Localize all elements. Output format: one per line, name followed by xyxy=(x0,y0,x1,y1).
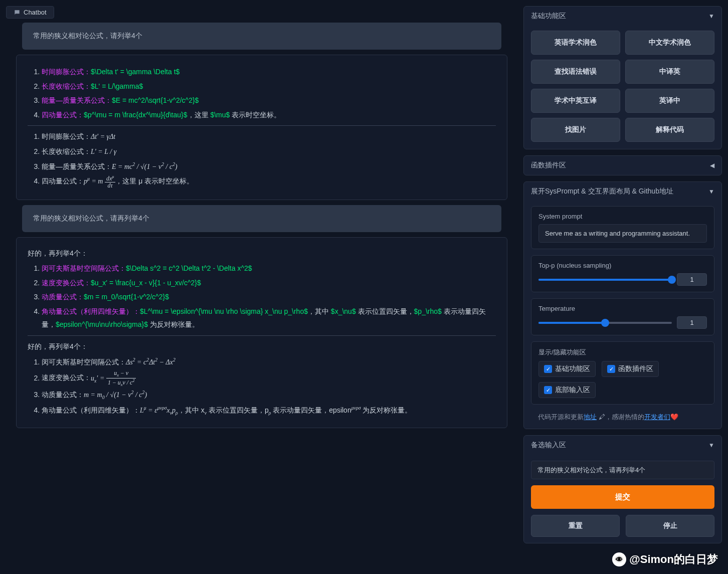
link-repo[interactable]: 地址 xyxy=(584,413,597,421)
top-p-slider[interactable] xyxy=(538,279,672,281)
tab-bar: Chatbot xyxy=(6,6,517,19)
panel-basic-header[interactable]: 基础功能区 ▼ xyxy=(524,7,721,26)
reset-button[interactable]: 重置 xyxy=(531,515,620,537)
bot-message: 好的，再列举4个： 闵可夫斯基时空间隔公式：$\Delta s^2 = c^2 … xyxy=(16,237,507,429)
submit-button[interactable]: 提交 xyxy=(531,485,714,509)
label-toggle-sections: 显示/隐藏功能区 xyxy=(538,348,707,357)
stop-button[interactable]: 停止 xyxy=(626,515,714,537)
chat-area: 常用的狭义相对论公式，请列举4个 时间膨胀公式：$\Delta t' = \ga… xyxy=(6,23,517,568)
chevron-down-icon: ▼ xyxy=(708,442,714,449)
chat-icon xyxy=(14,9,21,16)
label-top-p: Top-p (nucleus sampling) xyxy=(538,262,707,269)
top-p-value[interactable]: 1 xyxy=(677,273,707,286)
panel-title: 备选输入区 xyxy=(531,441,566,450)
link-devs[interactable]: 开发者们 xyxy=(644,413,670,421)
temperature-value[interactable]: 1 xyxy=(677,316,707,329)
user-message: 常用的狭义相对论公式，请再列举4个 xyxy=(22,205,501,232)
panel-plugins: 函数插件区 ◀ xyxy=(523,155,722,175)
prompt-input[interactable] xyxy=(531,461,714,479)
btn-zh-polish[interactable]: 中文学术润色 xyxy=(625,31,714,55)
panel-input-header[interactable]: 备选输入区 ▼ xyxy=(524,436,721,455)
btn-en-polish[interactable]: 英语学术润色 xyxy=(531,31,620,55)
chevron-down-icon: ▼ xyxy=(708,188,714,195)
btn-grammar[interactable]: 查找语法错误 xyxy=(531,60,620,84)
label-temperature: Temperature xyxy=(538,305,707,312)
btn-en2zh[interactable]: 英译中 xyxy=(625,89,714,113)
checkbox-icon: ✓ xyxy=(607,365,615,373)
panel-title: 基础功能区 xyxy=(531,12,566,21)
panel-input: 备选输入区 ▼ 提交 重置 停止 xyxy=(523,435,722,543)
panel-title: 展开SysPrompt & 交互界面布局 & Github地址 xyxy=(531,187,673,196)
tab-chatbot[interactable]: Chatbot xyxy=(6,6,54,19)
panel-sysprompt: 展开SysPrompt & 交互界面布局 & Github地址 ▼ System… xyxy=(523,181,722,429)
btn-explain-code[interactable]: 解释代码 xyxy=(625,118,714,142)
system-prompt-input[interactable] xyxy=(538,224,707,243)
check-bottom-input[interactable]: ✓底部输入区 xyxy=(538,382,596,398)
panel-title: 函数插件区 xyxy=(531,161,566,170)
user-message: 常用的狭义相对论公式，请列举4个 xyxy=(22,23,501,50)
checkbox-icon: ✓ xyxy=(544,365,552,373)
btn-academic-trans[interactable]: 学术中英互译 xyxy=(531,89,620,113)
check-basic-area[interactable]: ✓基础功能区 xyxy=(538,361,596,377)
chevron-down-icon: ▼ xyxy=(708,13,714,20)
check-plugin-area[interactable]: ✓函数插件区 xyxy=(602,361,659,377)
btn-zh2en[interactable]: 中译英 xyxy=(625,60,714,84)
panel-plugins-header[interactable]: 函数插件区 ◀ xyxy=(524,156,721,175)
checkbox-icon: ✓ xyxy=(544,386,552,394)
label-system-prompt: System prompt xyxy=(538,213,707,220)
tab-label: Chatbot xyxy=(24,9,47,16)
panel-basic: 基础功能区 ▼ 英语学术润色 中文学术润色 查找语法错误 中译英 学术中英互译 … xyxy=(523,6,722,149)
btn-find-image[interactable]: 找图片 xyxy=(531,118,620,142)
chevron-left-icon: ◀ xyxy=(710,162,714,169)
panel-sysprompt-header[interactable]: 展开SysPrompt & 交互界面布局 & Github地址 ▼ xyxy=(524,182,721,201)
temperature-slider[interactable] xyxy=(538,322,672,324)
bot-message: 时间膨胀公式：$\Delta t' = \gamma \Delta t$ 长度收… xyxy=(16,55,507,200)
footer-note: 代码开源和更新地址 🖍，感谢热情的开发者们❤️ xyxy=(531,411,714,422)
